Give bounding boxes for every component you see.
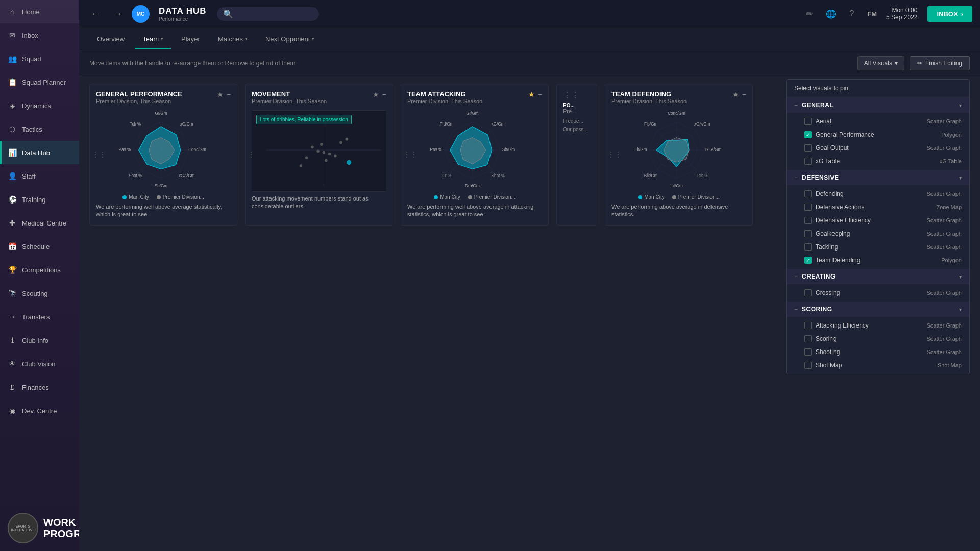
finish-editing-button[interactable]: ✏ Finish Editing (910, 56, 970, 70)
sidebar-item-data-hub[interactable]: 📊 Data Hub (0, 141, 79, 164)
sidebar-item-finances[interactable]: £ Finances (0, 375, 79, 399)
sidebar-item-club-info[interactable]: ℹ Club Info (0, 329, 79, 352)
sidebar-item-schedule[interactable]: 📅 Schedule (0, 235, 79, 258)
checkbox-scoring-1[interactable] (804, 335, 812, 342)
panel-item-general-1[interactable]: General Performance Polygon (787, 128, 969, 141)
checkbox-scoring-2[interactable] (804, 348, 812, 356)
checkbox-defensive-2[interactable] (804, 217, 812, 224)
sidebar-item-competitions[interactable]: 🏆 Competitions (0, 258, 79, 282)
checkbox-general-2[interactable] (804, 144, 812, 152)
panel-item-defensive-2[interactable]: Defensive Efficiency Scatter Graph (787, 214, 969, 227)
panel-item-type-scoring-0: Scatter Graph (927, 322, 962, 329)
main-area: ← → MC DATA HUB Performance 🔍 ✏ 🌐 ? FM M… (79, 0, 980, 551)
drag-handle[interactable]: ⋮⋮ (563, 90, 591, 100)
panel-item-defensive-3[interactable]: Goalkeeping Scatter Graph (787, 227, 969, 240)
section-header-scoring[interactable]: − SCORING ▾ (787, 302, 969, 317)
all-visuals-button[interactable]: All Visuals ▾ (857, 56, 904, 70)
sports-interactive-logo: SPORTS INTERACTIVE (8, 513, 38, 543)
tab-next-opponent[interactable]: Next Opponent▾ (258, 30, 322, 49)
card-movement: ⋮⋮ MOVEMENT Premier Division, This Seaso… (245, 84, 393, 226)
tab-team[interactable]: Team▾ (135, 30, 171, 49)
panel-item-type-defensive-4: Scatter Graph (927, 244, 962, 250)
tab-player[interactable]: Player (174, 30, 208, 49)
star-button-team-attacking[interactable]: ★ (528, 90, 535, 98)
checkbox-defensive-1[interactable] (804, 204, 812, 211)
sidebar-item-scouting[interactable]: 🔭 Scouting (0, 282, 79, 305)
checkbox-defensive-5[interactable] (804, 257, 812, 264)
remove-button-movement[interactable]: − (382, 90, 386, 98)
panel-item-defensive-1[interactable]: Defensive Actions Zone Map (787, 201, 969, 214)
panel-item-defensive-4[interactable]: Tackling Scatter Graph (787, 240, 969, 254)
panel-item-scoring-3[interactable]: Shot Map Shot Map (787, 359, 969, 372)
back-button[interactable]: ← (87, 7, 104, 21)
panel-item-creating-0[interactable]: Crossing Scatter Graph (787, 286, 969, 299)
panel-item-name-scoring-2: Shooting (816, 348, 840, 356)
svg-point-31 (320, 143, 323, 146)
panel-item-defensive-5[interactable]: Team Defending Polygon (787, 254, 969, 267)
sidebar-item-home[interactable]: ⌂ Home (0, 0, 79, 23)
sidebar-item-tactics[interactable]: ⬡ Tactics (0, 117, 79, 141)
panel-item-general-0[interactable]: Aerial Scatter Graph (787, 115, 969, 128)
panel-item-general-3[interactable]: xG Table xG Table (787, 155, 969, 168)
section-header-defensive[interactable]: − DEFENSIVE ▾ (787, 170, 969, 185)
star-button-general-performance[interactable]: ★ (217, 90, 224, 98)
forward-button[interactable]: → (109, 7, 127, 21)
section-header-creating[interactable]: − CREATING ▾ (787, 269, 969, 284)
checkbox-defensive-0[interactable] (804, 190, 812, 197)
sidebar-item-training[interactable]: ⚽ Training (0, 188, 79, 211)
remove-button-team-defending[interactable]: − (742, 90, 746, 98)
drag-handle-general-performance[interactable]: ⋮⋮ (92, 151, 106, 159)
club-badge: MC (132, 5, 150, 23)
tab-chevron-team: ▾ (161, 36, 163, 41)
sidebar-item-transfers[interactable]: ↔ Transfers (0, 305, 79, 329)
sidebar-label-staff: Staff (22, 172, 36, 180)
inbox-icon: ✉ (8, 31, 17, 40)
sidebar-item-squad[interactable]: 👥 Squad (0, 47, 79, 70)
sidebar-item-dynamics[interactable]: ◈ Dynamics (0, 94, 79, 117)
panel-item-type-defensive-0: Scatter Graph (927, 191, 962, 197)
sidebar-item-squad-planner[interactable]: 📋 Squad Planner (0, 70, 79, 94)
panel-item-type-general-2: Scatter Graph (927, 145, 962, 151)
panel-item-defensive-0[interactable]: Defending Scatter Graph (787, 187, 969, 201)
checkbox-general-0[interactable] (804, 118, 812, 125)
tab-matches[interactable]: Matches▾ (210, 30, 255, 49)
checkbox-defensive-3[interactable] (804, 230, 812, 237)
legend-dot-1 (157, 195, 161, 199)
sidebar-item-dev-centre[interactable]: ◉ Dev. Centre (0, 399, 79, 422)
sidebar-item-staff[interactable]: 👤 Staff (0, 164, 79, 188)
visuals-panel: Select visuals to pin. − GENERAL ▾ Aeria… (786, 79, 970, 374)
legend-dot-0 (434, 195, 438, 199)
tab-overview[interactable]: Overview (89, 30, 132, 49)
card-team-attacking: ⋮⋮ TEAM ATTACKING Premier Division, This… (401, 84, 549, 226)
panel-item-scoring-0[interactable]: Attacking Efficiency Scatter Graph (787, 319, 969, 332)
edit-bar: Move items with the handle to re-arrange… (79, 51, 980, 76)
remove-button-general-performance[interactable]: − (227, 90, 231, 98)
checkbox-scoring-3[interactable] (804, 362, 812, 369)
help-icon-btn[interactable]: ? (845, 6, 858, 21)
checkbox-general-1[interactable] (804, 131, 812, 138)
fm-button[interactable]: FM (863, 7, 881, 21)
sidebar-item-medical[interactable]: ✚ Medical Centre (0, 211, 79, 235)
search-bar[interactable]: 🔍 (217, 7, 319, 21)
remove-button-team-attacking[interactable]: − (538, 90, 542, 98)
pencil-icon-btn[interactable]: ✏ (802, 6, 817, 22)
drag-handle-team-attacking[interactable]: ⋮⋮ (403, 151, 418, 159)
sidebar-item-club-vision[interactable]: 👁 Club Vision (0, 352, 79, 375)
checkbox-creating-0[interactable] (804, 289, 812, 296)
svg-point-26 (334, 154, 337, 157)
star-button-movement[interactable]: ★ (373, 90, 379, 98)
star-button-team-defending[interactable]: ★ (732, 90, 739, 98)
inbox-button[interactable]: INBOX › (927, 6, 972, 22)
panel-item-scoring-1[interactable]: Scoring Scatter Graph (787, 332, 969, 345)
panel-sections: − GENERAL ▾ Aerial Scatter Graph General… (787, 97, 969, 374)
checkbox-general-3[interactable] (804, 158, 812, 165)
sidebar-label-dev-centre: Dev. Centre (22, 407, 57, 415)
section-header-general[interactable]: − GENERAL ▾ (787, 97, 969, 113)
checkbox-scoring-0[interactable] (804, 322, 812, 329)
drag-handle-team-defending[interactable]: ⋮⋮ (607, 151, 622, 159)
checkbox-defensive-4[interactable] (804, 243, 812, 251)
sidebar-item-inbox[interactable]: ✉ Inbox (0, 23, 79, 47)
panel-item-general-2[interactable]: Goal Output Scatter Graph (787, 141, 969, 155)
globe-icon-btn[interactable]: 🌐 (822, 6, 840, 22)
panel-item-scoring-2[interactable]: Shooting Scatter Graph (787, 345, 969, 359)
